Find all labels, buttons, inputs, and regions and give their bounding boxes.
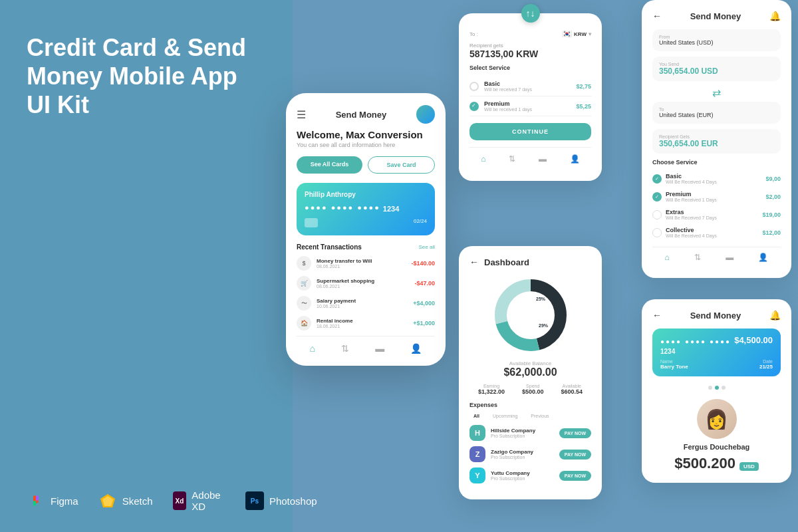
available-label: Available [561,384,583,388]
continue-button[interactable]: CONTINUE [469,123,591,140]
to-field-label: To [659,107,774,112]
dashboard-header: ← Dashboard [469,257,591,267]
recipient-gets-field-label: Recipient Gets [659,134,774,139]
pagination-dots [652,386,781,390]
from-value: United States (USD) [659,39,774,46]
donut-svg: 46% 25% 29% [491,275,571,355]
tx-date-2: 08.06.2021 [317,284,409,289]
card-date: 02/24 [414,218,427,227]
tx-amount-3: +$4,000 [413,300,435,307]
nav-profile-icon[interactable]: 👤 [410,343,422,354]
swap-icon[interactable]: ⇄ [652,86,781,99]
transaction-row: $ Money transfer to Will 08.06.2021 -$14… [297,256,435,271]
bell-icon[interactable]: 🔔 [769,11,781,21]
right-collective-sub: Will Be Received 4 Days [666,233,758,238]
mini-credit-card: ●●●● ●●●● ●●●● 1234 $4,500.00 Name Barry… [652,329,781,376]
amount-display: $500.200 USD [674,455,759,472]
bottom-back-icon[interactable]: ← [652,310,662,321]
send-money-bottom-panel: ← Send Money 🔔 ●●●● ●●●● ●●●● 1234 $4,50… [642,299,791,483]
service-radio-basic[interactable] [469,82,479,91]
to-row: To : 🇰🇷 KRW ▾ [469,29,591,39]
transactions-title: Recent Transactions [297,243,362,251]
svg-text:25%: 25% [536,297,546,301]
zazigo-pay-button[interactable]: PAY NOW [559,450,591,460]
right-nav-home[interactable]: ⌂ [665,253,670,262]
expense-hillside: H Hillside Company Pro Subscription PAY … [469,425,591,441]
hillside-name: Hillside Company [491,428,554,434]
check-basic-icon[interactable]: ✓ [652,174,662,184]
xd-label: Adobe XD [192,489,225,512]
svg-rect-3 [33,501,36,506]
see-all-link[interactable]: See all [419,244,435,250]
card-last-four: 1234 [383,205,399,213]
hillside-logo: H [469,425,485,441]
nav-transfer-icon[interactable]: ⇅ [341,343,349,354]
yuttu-pay-button[interactable]: PAY NOW [559,471,591,481]
to-field: To United States (EUR) [652,102,781,124]
right-collective-price: $12,00 [762,229,781,236]
from-field: From United States (USD) [652,29,781,51]
right-premium-sub: Will Be Received 1 Days [666,198,761,202]
hamburger-icon[interactable]: ☰ [297,108,306,121]
mini-card-name-label: Name [660,359,688,364]
yuttu-sub: Pro Subscription [491,476,554,481]
check-premium-icon[interactable]: ✓ [652,192,662,201]
save-card-button[interactable]: Save Card [368,156,435,174]
hillside-pay-button[interactable]: PAY NOW [559,428,591,438]
radio-extras-icon[interactable] [652,210,662,219]
dot-3 [722,386,726,390]
bottom-bell-icon[interactable]: 🔔 [769,310,781,321]
tx-icon-shop: 🛒 [297,276,311,291]
nav-home-icon[interactable]: ⌂ [310,343,315,354]
mini-card-amount: $4,500.00 [734,335,773,345]
service-basic-price: $2,75 [576,83,591,90]
right-nav-card[interactable]: ▬ [726,253,733,262]
left-panel: Credit Card & Send Money Mobile App UI K… [0,0,293,532]
right-nav-profile[interactable]: 👤 [758,253,768,262]
figma-icon [27,491,45,510]
currency-badge: USD [739,462,759,471]
right-nav-transfer[interactable]: ⇅ [694,253,701,262]
yuttu-info: Yuttu Company Pro Subscription [491,470,554,481]
country-badge[interactable]: 🇰🇷 KRW ▾ [562,29,591,39]
tx-info-2: Supermarket shopping 08.06.2021 [317,278,409,289]
service-premium-price: $5,25 [576,103,591,110]
phone-mockup: ☰ Send Money Welcome, Max Conversion You… [286,93,446,366]
service-basic-name: Basic [484,80,571,87]
tx-amount-2: -$47.00 [414,280,435,287]
filter-all[interactable]: All [469,412,483,420]
recipient-name: Fergus Douchebag [684,443,750,451]
expense-zazigo: Z Zazigo Company Pro Subscription PAY NO… [469,446,591,462]
filter-previous[interactable]: Previous [527,412,553,420]
service-basic-sub: Will be received 7 days [484,87,571,92]
flag-icon: 🇰🇷 [562,29,572,39]
mid-nav-transfer[interactable]: ⇅ [509,154,515,164]
you-send-label: You Send [659,62,774,66]
service-premium: Premium Will be received 1 days $5,25 [469,96,591,116]
recipient-gets-label: Recipient gets [469,43,591,49]
right-service-premium: ✓ Premium Will Be Received 1 Days $2,00 [652,188,781,205]
mid-nav-home[interactable]: ⌂ [481,154,485,164]
nav-card-icon[interactable]: ▬ [375,343,384,354]
choose-service-title: Choose Service [652,159,781,166]
radio-collective-icon[interactable] [652,228,662,237]
back-arrow-icon[interactable]: ← [652,11,662,21]
service-radio-premium[interactable] [469,102,479,111]
hillside-sub: Pro Subscription [491,434,554,438]
filter-upcoming[interactable]: Upcomming [489,412,521,420]
mid-nav-profile[interactable]: 👤 [570,154,580,164]
mid-nav-card[interactable]: ▬ [539,154,547,164]
arrow-up-icon: ↑↓ [521,4,540,23]
send-money-panel-top: ↑↓ To : 🇰🇷 KRW ▾ Recipient gets 587135,0… [459,13,602,181]
tx-amount-4: +$1,000 [413,320,435,327]
see-all-cards-button[interactable]: See All Cards [297,156,362,174]
right-extras-sub: Will Be Received 7 Days [666,215,758,220]
chevron-icon: ▾ [589,31,591,37]
action-buttons: See All Cards Save Card [297,156,435,174]
card-logo [305,218,318,227]
card-bottom: 02/24 [305,218,427,227]
dashboard-back-icon[interactable]: ← [469,257,479,267]
sketch-label: Sketch [122,495,153,507]
filter-row: All Upcomming Previous [469,412,591,420]
you-send-value: 350,654.00 USD [659,66,774,76]
